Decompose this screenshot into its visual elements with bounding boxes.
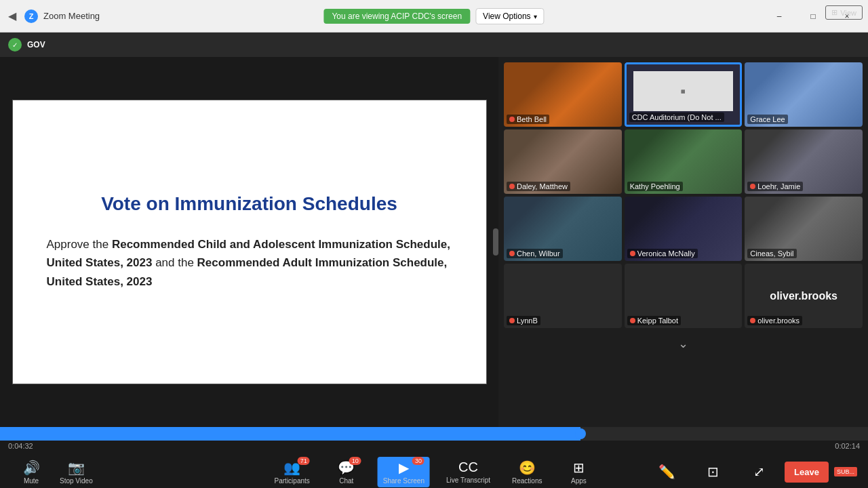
remaining-time: 0:02:14 (835, 442, 860, 450)
cdc-screen-preview: ▦ (633, 71, 734, 111)
participant-name: Kathy Poehling (627, 182, 683, 191)
fullscreen-button[interactable]: ⤢ (738, 461, 779, 483)
participants-button[interactable]: 👥 71 Participants (269, 457, 315, 487)
titlebar-center: You are viewing ACIP CDC's screen View O… (323, 8, 544, 24)
bottom-area: 0:04:32 0:02:14 🔊 Mute 📷 Stop Video 👥 71… (0, 427, 868, 488)
app-title: Zoom Meeting (43, 11, 100, 21)
mute-label: Mute (24, 477, 39, 485)
share-screen-icon: ▶ (399, 460, 409, 476)
participant-label: Chen, Wilbur (517, 249, 560, 258)
more-participants-button[interactable]: ⌄ (504, 331, 863, 357)
mute-icon (750, 184, 755, 189)
view-options-label: View Options (483, 12, 530, 21)
progress-fill (0, 427, 580, 441)
layout-button[interactable]: ⊡ (692, 461, 733, 483)
toolbar-center: 👥 71 Participants 💬 10 Chat ▶ 30 Share S… (269, 457, 599, 487)
participant-label: Beth Bell (517, 115, 547, 123)
participant-name: Keipp Talbot (627, 316, 681, 325)
fullscreen-icon: ⤢ (753, 464, 765, 480)
video-grid: Beth Bell ▦ CDC Auditorium (Do Not ... G… (504, 62, 863, 328)
slide-body-intro: Approve the (47, 238, 112, 251)
chat-button[interactable]: 💬 10 Chat (326, 457, 367, 487)
video-tile[interactable]: Beth Bell (504, 62, 622, 127)
elapsed-time: 0:04:32 (8, 442, 33, 450)
video-tile[interactable]: Keipp Talbot (625, 264, 743, 328)
chat-label: Chat (339, 477, 353, 485)
progress-bar[interactable] (0, 427, 868, 441)
microphone-icon: 🔊 (23, 460, 40, 476)
apps-button[interactable]: ⊞ Apps (558, 457, 599, 487)
participant-label: Kathy Poehling (630, 182, 680, 190)
stop-video-label: Stop Video (60, 477, 93, 485)
video-tile[interactable]: Grace Lee (745, 62, 863, 127)
participant-label: Grace Lee (750, 115, 785, 123)
viewing-banner: You are viewing ACIP CDC's screen (323, 9, 470, 24)
time-labels: 0:04:32 0:02:14 (0, 441, 868, 451)
participant-label: Daley, Matthew (517, 182, 568, 190)
mute-icon (509, 184, 515, 189)
titlebar-left: ◀ Z Zoom Meeting (5, 7, 100, 25)
view-options-button[interactable]: View Options (475, 8, 544, 24)
slide-body: Approve the Recommended Child and Adoles… (47, 235, 452, 291)
video-tile[interactable]: Chen, Wilbur (504, 197, 622, 261)
reactions-icon: 😊 (519, 460, 536, 476)
participant-name: CDC Auditorium (Do Not ... (629, 113, 724, 122)
slide: Vote on Immunization Schedules Approve t… (12, 100, 487, 384)
participant-label: oliver.brooks (757, 317, 800, 325)
zoom-icon: Z (24, 9, 38, 23)
mute-icon (509, 251, 515, 256)
participant-name: Chen, Wilbur (507, 249, 563, 258)
chat-count: 10 (349, 457, 361, 465)
participant-label: Keipp Talbot (637, 317, 678, 325)
chevron-down-icon: ⌄ (678, 337, 688, 350)
resize-handle[interactable] (493, 228, 498, 256)
participant-name: Veronica McNally (627, 249, 698, 258)
participant-label: Veronica McNally (637, 249, 695, 258)
video-tile-highlighted[interactable]: ▦ CDC Auditorium (Do Not ... (625, 62, 743, 127)
cc-icon: CC (458, 460, 478, 475)
participant-label: Loehr, Jamie (757, 182, 800, 190)
participant-name: Grace Lee (747, 115, 787, 124)
back-button[interactable]: ◀ (5, 7, 19, 25)
minimize-button[interactable]: – (764, 5, 795, 27)
participant-name: Beth Bell (507, 115, 549, 124)
mute-icon (630, 251, 635, 256)
gov-shield-icon: ✓ (8, 38, 22, 52)
share-screen-label: Share Screen (383, 477, 425, 485)
video-tile[interactable]: Loehr, Jamie (745, 129, 863, 194)
participant-name: Daley, Matthew (507, 182, 570, 191)
participant-label: LynnB (517, 317, 538, 325)
toolbar-left: 🔊 Mute 📷 Stop Video (11, 457, 98, 487)
mute-button[interactable]: 🔊 Mute (11, 457, 52, 487)
oliver-name: oliver.brooks (770, 290, 837, 302)
video-tile[interactable]: Kathy Poehling (625, 129, 743, 194)
stop-video-button[interactable]: 📷 Stop Video (54, 457, 98, 487)
reactions-button[interactable]: 😊 Reactions (507, 457, 547, 487)
leave-button[interactable]: Leave (785, 462, 829, 483)
live-transcript-button[interactable]: CC Live Transcript (441, 457, 496, 487)
titlebar: ◀ Z Zoom Meeting You are viewing ACIP CD… (0, 0, 868, 33)
participants-panel: ⊞ View Beth Bell ▦ CDC Auditorium (Do No… (498, 57, 868, 427)
cdc-preview-text: ▦ (681, 89, 686, 94)
video-tile[interactable]: oliver.brooks oliver.brooks (745, 264, 863, 328)
participant-name: oliver.brooks (747, 316, 802, 325)
presentation-area: Vote on Immunization Schedules Approve t… (0, 57, 498, 427)
video-tile[interactable]: LynnB (504, 264, 622, 328)
live-transcript-label: Live Transcript (446, 476, 490, 484)
share-screen-button[interactable]: ▶ 30 Share Screen (378, 457, 430, 487)
maximize-button[interactable]: □ (797, 5, 829, 27)
participant-label: Cineas, Sybil (750, 249, 793, 258)
toolbar-right: ✏️ ⊡ ⤢ Leave SUB... (646, 461, 857, 483)
participant-label: CDC Auditorium (Do Not ... (632, 113, 722, 121)
video-tile[interactable]: Veronica McNally (625, 197, 743, 261)
participant-name: Cineas, Sybil (747, 249, 796, 258)
participants-label: Participants (275, 477, 310, 485)
reactions-label: Reactions (512, 477, 542, 485)
video-tile[interactable]: Cineas, Sybil (745, 197, 863, 261)
subscribe-badge: SUB... (834, 467, 857, 476)
progress-handle[interactable] (575, 428, 586, 439)
pen-button[interactable]: ✏️ (646, 461, 687, 483)
mute-icon (509, 117, 515, 122)
toolbar: 🔊 Mute 📷 Stop Video 👥 71 Participants 💬 … (0, 451, 868, 488)
video-tile[interactable]: Daley, Matthew (504, 129, 622, 194)
